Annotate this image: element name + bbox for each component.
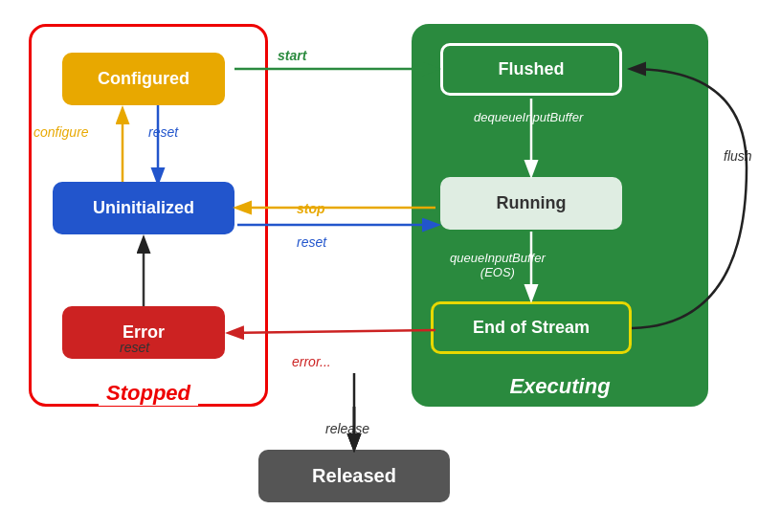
configure-label: configure <box>33 124 89 140</box>
reset2-label: reset <box>297 234 326 250</box>
stopped-label: Stopped <box>99 381 198 406</box>
error-label: error... <box>292 354 331 369</box>
uninitialized-state: Uninitialized <box>53 182 234 234</box>
release-label: release <box>325 421 369 436</box>
reset3-label: reset <box>120 340 149 355</box>
queue-label: queueInputBuffer(EOS) <box>450 251 546 279</box>
flush-label: flush <box>724 148 752 164</box>
stop-label: stop <box>297 201 325 216</box>
dequeue-label: dequeueInputBuffer <box>474 110 583 124</box>
reset1-label: reset <box>148 124 178 140</box>
endofstream-state: End of Stream <box>431 301 632 354</box>
running-state: Running <box>440 177 622 230</box>
released-state: Released <box>258 450 450 502</box>
diagram-container: Stopped Executing Configured Uninitializ… <box>0 0 781 532</box>
start-label: start <box>278 48 306 63</box>
executing-label: Executing <box>509 374 610 399</box>
flushed-state: Flushed <box>440 43 622 96</box>
configured-state: Configured <box>62 53 225 105</box>
